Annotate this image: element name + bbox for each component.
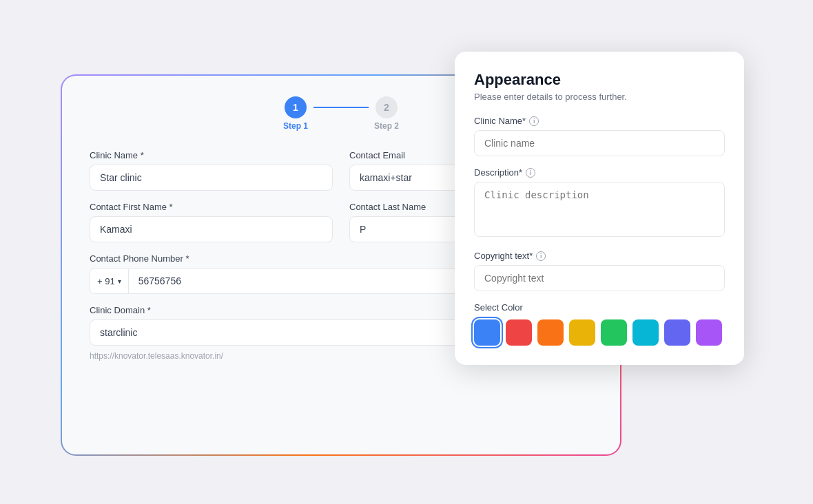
color-swatch-green[interactable]: [601, 319, 627, 346]
step-2-circle: 2: [375, 96, 398, 118]
app-copyright-label: Copyright text* i: [474, 251, 725, 261]
step-1-item[interactable]: 1 Step 1: [283, 96, 308, 131]
chevron-down-icon: ▾: [118, 277, 121, 285]
clinic-name-info-icon: i: [529, 116, 539, 126]
app-description-label: Description* i: [474, 167, 725, 178]
color-swatch-orange[interactable]: [537, 319, 564, 346]
color-section: Select Color: [474, 302, 725, 346]
color-section-label: Select Color: [474, 302, 725, 313]
step-connector: [313, 107, 369, 108]
appearance-title: Appearance: [474, 71, 725, 89]
color-swatches: [474, 319, 725, 346]
phone-country-code[interactable]: + 91 ▾: [90, 269, 129, 293]
app-clinic-name-label: Clinic Name* i: [474, 116, 725, 126]
appearance-subtitle: Please enter details to process further.: [474, 92, 725, 102]
app-copyright-group: Copyright text* i: [474, 251, 725, 291]
clinic-name-label: Clinic Name *: [90, 150, 333, 160]
clinic-name-input[interactable]: [90, 165, 333, 191]
color-swatch-purple[interactable]: [696, 319, 722, 346]
color-swatch-yellow[interactable]: [569, 319, 595, 346]
step-1-circle: 1: [285, 96, 307, 118]
app-description-group: Description* i: [474, 167, 725, 240]
appearance-card: Appearance Please enter details to proce…: [455, 52, 744, 365]
app-description-textarea[interactable]: [474, 182, 725, 237]
step-2-label: Step 2: [374, 121, 399, 131]
app-copyright-input[interactable]: [474, 265, 725, 291]
clinic-name-group: Clinic Name *: [90, 150, 333, 191]
app-clinic-name-group: Clinic Name* i: [474, 116, 725, 156]
app-clinic-name-input[interactable]: [474, 130, 725, 156]
description-info-icon: i: [526, 168, 535, 178]
color-swatch-cyan[interactable]: [632, 319, 659, 346]
color-swatch-red[interactable]: [506, 319, 532, 346]
first-name-group: Contact First Name *: [90, 202, 333, 242]
step-2-item[interactable]: 2 Step 2: [374, 96, 399, 131]
copyright-info-icon: i: [536, 251, 546, 261]
first-name-label: Contact First Name *: [90, 202, 333, 212]
step-1-label: Step 1: [283, 121, 308, 131]
color-swatch-indigo[interactable]: [664, 319, 690, 346]
color-swatch-blue[interactable]: [474, 319, 500, 346]
first-name-input[interactable]: [90, 216, 333, 242]
